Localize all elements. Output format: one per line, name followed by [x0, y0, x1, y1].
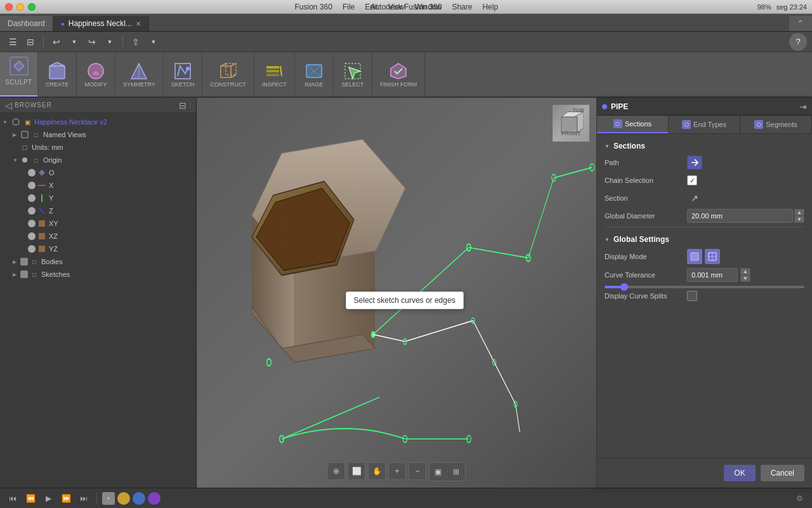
play-button[interactable]: ▶ [41, 491, 56, 506]
sketch-item[interactable]: SKETCH [169, 60, 197, 89]
pipe-tab-end-types[interactable]: ⬡ End Types [669, 116, 740, 133]
tree-item-origin[interactable]: ▼ □ Origin [0, 154, 196, 166]
tree-item-yz[interactable]: YZ [0, 243, 196, 255]
tolerance-up-button[interactable]: ▲ [740, 268, 750, 275]
pan-button[interactable]: ✋ [368, 462, 386, 480]
cursor-button[interactable]: ⊕ [327, 462, 345, 480]
chain-selection-checkbox[interactable] [687, 175, 697, 185]
select-item[interactable]: SELECT [339, 60, 367, 89]
finish-item[interactable]: FINISH FORM [377, 60, 420, 89]
tree-item-o[interactable]: O [0, 166, 196, 179]
shaded-view-button[interactable]: ▣ [429, 463, 447, 481]
bodies-arrow: ▶ [13, 259, 20, 265]
cube-face[interactable]: TOP FRONT [552, 104, 590, 142]
settings-gear-button[interactable]: ⚙ [792, 491, 807, 506]
ok-button[interactable]: OK [724, 465, 755, 481]
blue-icon[interactable] [133, 492, 145, 505]
tree-item-units[interactable]: □ Units: mm [0, 141, 196, 154]
tree-item-y[interactable]: Y [0, 192, 196, 204]
wireframe-view-button[interactable]: ⊞ [447, 463, 465, 481]
step-forward-button[interactable]: ⏭ [76, 491, 91, 506]
step-back-button[interactable]: ⏮ [5, 491, 20, 506]
tolerance-slider-track[interactable] [605, 286, 804, 288]
help-button[interactable]: ? [789, 33, 807, 51]
sections-section-header[interactable]: ▼ Sections [605, 142, 804, 150]
global-settings-header[interactable]: ▼ Global Settings [605, 235, 804, 244]
maximize-button[interactable] [28, 3, 36, 11]
tab-model[interactable]: ● Happiness Neckl... ✕ [53, 16, 149, 31]
yellow-icon[interactable] [117, 492, 130, 505]
menu-fusion[interactable]: Fusion 360 [295, 3, 332, 11]
tree-item-bodies[interactable]: ▶ □ Bodies [0, 255, 196, 268]
close-button[interactable] [5, 3, 13, 11]
viewport[interactable]: Select sketch curves or edges TOP FRONT … [197, 98, 596, 488]
ribbon-tab-sculpt[interactable]: SCULPT [0, 52, 38, 97]
curve-tolerance-input[interactable] [687, 268, 738, 282]
save-button[interactable]: ⊟ [23, 34, 38, 50]
construct-item[interactable]: CONSTRUCT [207, 60, 249, 89]
browser-settings-icon[interactable]: ⊟ [179, 100, 187, 110]
tab-expand[interactable]: ⌃ [789, 16, 812, 31]
display-mode-wireframe-button[interactable] [705, 249, 720, 264]
z-eye-icon [28, 207, 36, 215]
sketches-visibility-icon[interactable] [20, 271, 28, 278]
section-control: ↗ [687, 191, 804, 205]
tolerance-down-button[interactable]: ▼ [740, 275, 750, 282]
pipe-expand-button[interactable]: ⇥ [799, 102, 807, 112]
tab-dashboard[interactable]: Dashboard [0, 16, 53, 31]
diameter-down-button[interactable]: ▼ [794, 216, 804, 223]
purple-icon[interactable] [148, 492, 160, 505]
fit-button[interactable]: ⬜ [348, 462, 365, 480]
hamburger-menu-button[interactable]: ☰ [5, 34, 20, 50]
cancel-button[interactable]: Cancel [761, 465, 804, 481]
zoom-out-button[interactable]: − [409, 462, 426, 480]
menu-share[interactable]: Share [452, 3, 472, 11]
tree-item-root[interactable]: ▼ ▣ Happiness Necklace v2 [0, 116, 196, 128]
tolerance-slider-thumb[interactable] [620, 283, 628, 291]
display-mode-solid-button[interactable] [687, 249, 702, 264]
global-diameter-input[interactable] [687, 209, 793, 223]
tree-item-named-views[interactable]: ▶ □ Named Views [0, 128, 196, 141]
image-item[interactable]: IMAGE [300, 60, 328, 89]
zoom-in-button[interactable]: + [388, 462, 406, 480]
tree-item-z[interactable]: Z [0, 204, 196, 217]
next-frame-button[interactable]: ⏩ [58, 491, 74, 506]
path-select-button[interactable] [687, 156, 702, 170]
undo-button[interactable]: ↩ [49, 34, 64, 50]
menu-help[interactable]: Help [482, 3, 498, 11]
minimize-button[interactable] [16, 3, 24, 11]
pipe-tab-sections[interactable]: ⬡ Sections [597, 116, 669, 133]
diameter-up-button[interactable]: ▲ [794, 209, 804, 216]
prev-frame-button[interactable]: ⏪ [23, 491, 38, 506]
menu-file[interactable]: File [343, 3, 355, 11]
symmetry-item[interactable]: SYMMETRY [121, 60, 158, 89]
section-cursor-icon[interactable]: ↗ [687, 191, 702, 205]
origin-visibility[interactable] [20, 156, 29, 164]
browser-collapse-icon[interactable]: ◁ [5, 100, 12, 110]
inspect-item[interactable]: INSPECT [259, 60, 289, 89]
tolerance-spinner: ▲ ▼ [740, 268, 750, 282]
record-icon[interactable]: ▪ [102, 492, 115, 505]
share-dropdown[interactable]: ▼ [146, 34, 161, 50]
navigation-cube[interactable]: TOP FRONT [552, 104, 590, 142]
tree-item-xy[interactable]: XY [0, 217, 196, 230]
finish-label: FINISH FORM [380, 81, 417, 88]
modify-item[interactable]: MODIFY [82, 60, 110, 89]
display-mode-field-row: Display Mode [605, 249, 804, 264]
window-controls[interactable] [5, 3, 36, 11]
tree-item-x[interactable]: X [0, 179, 196, 192]
tree-item-sketches[interactable]: ▶ □ Sketches [0, 268, 196, 281]
bodies-visibility-icon[interactable] [20, 258, 28, 265]
tree-item-xz[interactable]: XZ [0, 230, 196, 243]
share-button[interactable]: ⇪ [128, 34, 143, 50]
tree-item-sketches-label: Sketches [41, 271, 70, 278]
redo-dropdown[interactable]: ▼ [102, 34, 117, 50]
undo-dropdown[interactable]: ▼ [67, 34, 82, 50]
tab-close-icon[interactable]: ✕ [136, 20, 141, 27]
pipe-tab-segments[interactable]: ⬡ Segments [740, 116, 812, 133]
visibility-icon[interactable] [11, 117, 20, 126]
redo-button[interactable]: ↪ [84, 34, 100, 50]
create-item[interactable]: CREATE [43, 60, 71, 89]
named-views-visibility[interactable] [20, 130, 29, 139]
display-curve-splits-checkbox[interactable] [687, 291, 697, 301]
